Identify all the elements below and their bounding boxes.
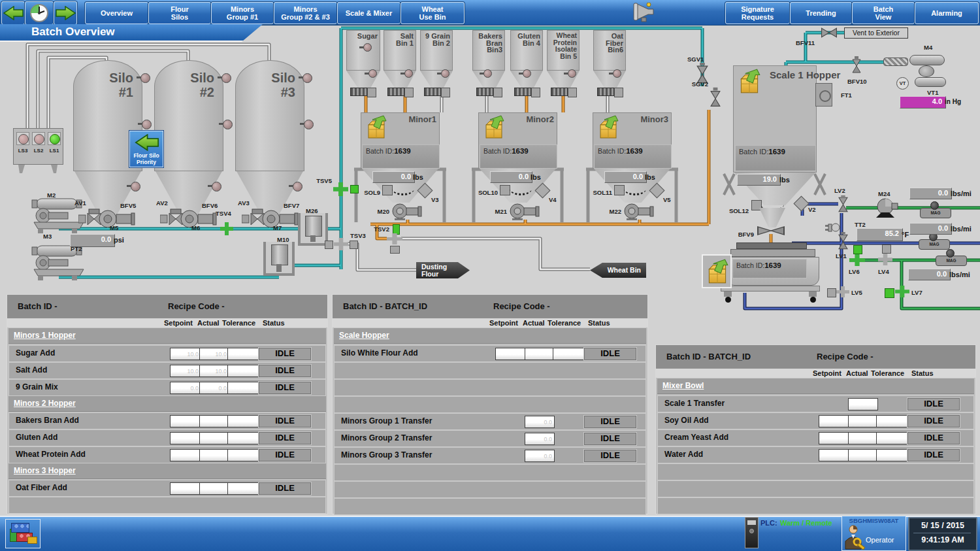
station-name: SBGHMISW08AT	[842, 517, 906, 524]
setpoint-cell: 0.0	[170, 382, 201, 394]
priority-arrow-icon	[135, 134, 159, 151]
nav-batch-view[interactable]: Batch View	[852, 2, 915, 24]
column-header-strip: Setpoint Actual Tolerance Status	[7, 318, 327, 327]
setpoint-cell	[170, 432, 201, 444]
ls3-label: LS3	[16, 148, 29, 154]
recipe-code-heading: Recipe Code -	[817, 352, 874, 361]
batch-id-label: Batch ID:	[736, 261, 764, 269]
m26-label: M26	[306, 208, 318, 214]
actual-cell: 0.0	[525, 433, 555, 445]
actual-cell: 0.0	[525, 416, 555, 428]
row-label: Wheat Protein Add	[16, 450, 86, 459]
actual-cell: 0.0	[199, 382, 229, 394]
flour-silo-priority-button[interactable]: Flour Silo Priority	[129, 130, 164, 168]
tolerance-cell	[227, 415, 260, 427]
current-time: 9:41:19 AM	[909, 535, 976, 544]
plc-label: PLC:	[760, 519, 777, 527]
status-badge: IDLE	[259, 415, 311, 427]
vacuum-display: 4.0	[900, 96, 946, 109]
section-scale-hopper: Scale Hopper	[334, 327, 646, 344]
sgv2-valve	[710, 86, 721, 111]
horn-icon[interactable]	[629, 3, 659, 22]
bin-sensor-icon	[441, 69, 449, 78]
bfv11-label: BFV11	[796, 40, 815, 46]
actual-cell	[848, 449, 878, 461]
recipe-code-heading: Recipe Code -	[493, 301, 550, 311]
batch-id-heading: Batch ID - BATCH_ID	[343, 301, 427, 311]
batch-id-label: Batch ID:	[739, 148, 768, 156]
batch-id-heading: Batch ID -	[18, 301, 57, 311]
status-badge: IDLE	[907, 432, 960, 444]
sgv1-label: SGV1	[687, 56, 704, 63]
actual-cell: 0.0	[525, 450, 555, 462]
nav-trending[interactable]: Trending	[790, 2, 852, 24]
application-blocks-button[interactable]	[5, 519, 41, 548]
flex-chain	[624, 182, 646, 195]
status-badge: IDLE	[259, 482, 311, 495]
setpoint-cell	[170, 415, 201, 427]
mixer-batch-band: Batch ID:1639	[732, 259, 807, 278]
sol11-solenoid	[614, 185, 625, 195]
nav-overview[interactable]: Overview	[85, 2, 148, 24]
level-sensor-icon	[131, 182, 140, 192]
v5-label: V5	[663, 197, 671, 203]
minor1-name: Minor1	[397, 116, 436, 123]
table-row: Gluten Add IDLE	[8, 429, 326, 446]
nav-signature-requests[interactable]: Signature Requests	[725, 2, 790, 24]
v2-label: V2	[808, 207, 816, 213]
nav-forward-button[interactable]	[54, 1, 77, 25]
nav-minors-group-2-3[interactable]: Minors Group #2 & #3	[274, 2, 337, 24]
flex-braid	[883, 58, 908, 66]
column-header-strip: Setpoint Actual Tolerance Status	[333, 318, 647, 327]
table-header: Batch ID - Recipe Code -	[7, 295, 327, 319]
section-mixer-bowl: Mixer Bowl	[657, 378, 974, 394]
block-blue	[11, 523, 29, 533]
nav-wheat-use-bin[interactable]: Wheat Use Bin	[400, 2, 465, 24]
setpoint-cell	[170, 482, 201, 495]
screw-feeder	[424, 88, 441, 96]
mag-flowmeter: MAG	[919, 239, 950, 250]
tsv3-port-right	[350, 241, 358, 249]
section-minors-2-hopper: Minors 2 Hopper	[8, 395, 326, 412]
table-row: Bakers Bran Add IDLE	[8, 412, 326, 429]
actual-cell	[199, 482, 229, 495]
bfv9-label: BFV9	[730, 231, 754, 238]
nav-clock-button[interactable]	[25, 1, 54, 25]
status-badge: IDLE	[907, 415, 960, 427]
tsv5-label: TSV5	[316, 178, 332, 184]
table-row: Sugar Add 10.0 10.0 IDLE	[8, 345, 326, 362]
scale-hopper-batch-table: Batch ID - BATCH_ID Recipe Code - Setpoi…	[332, 294, 648, 514]
av1-label: AV1	[74, 200, 86, 207]
status-badge: IDLE	[259, 365, 311, 377]
silo-3-label: Silo #3	[253, 71, 295, 99]
tolerance-cell	[876, 432, 909, 444]
row-label: 9 Grain Mix	[16, 382, 58, 392]
level-sensor-icon	[302, 73, 312, 83]
scale-hopper-name: Scale 1 Hopper	[770, 69, 813, 80]
nav-scale-mixer[interactable]: Scale & Mixer	[337, 2, 400, 24]
setpoint-cell	[495, 348, 527, 360]
pressure-display: 0.0	[70, 234, 115, 247]
nav-flour-silos[interactable]: Flour Silos	[148, 2, 211, 24]
bin-gluten-label: Gluten Bin 4	[512, 33, 540, 46]
lv2-valve	[838, 195, 848, 214]
batch-package-icon	[736, 68, 762, 95]
nav-back-button[interactable]	[1, 1, 25, 25]
current-user-panel[interactable]: SBGHMISW08AT Operator	[841, 516, 906, 551]
actual-cell	[199, 432, 229, 444]
lv6-label: LV6	[849, 269, 860, 275]
bin-salt-label: Salt Bin 1	[385, 33, 414, 46]
screw-feeder	[476, 88, 493, 96]
block-yellow	[27, 537, 37, 544]
minor2-weight-unit: lbs	[531, 173, 541, 181]
nav-minors-group-1[interactable]: Minors Group #1	[211, 2, 274, 24]
level-sensor-icon	[293, 182, 302, 192]
minors-batch-table: Batch ID - Recipe Code - Setpoint Actual…	[7, 294, 328, 514]
setpoint-cell	[819, 432, 850, 444]
sol11-label: SOL11	[590, 190, 612, 196]
nav-alarming[interactable]: Alarming	[915, 2, 979, 24]
status-badge: IDLE	[584, 348, 636, 360]
feeder-outlet	[493, 88, 502, 97]
tolerance-cell	[227, 365, 260, 377]
m2-label: M2	[47, 192, 56, 199]
